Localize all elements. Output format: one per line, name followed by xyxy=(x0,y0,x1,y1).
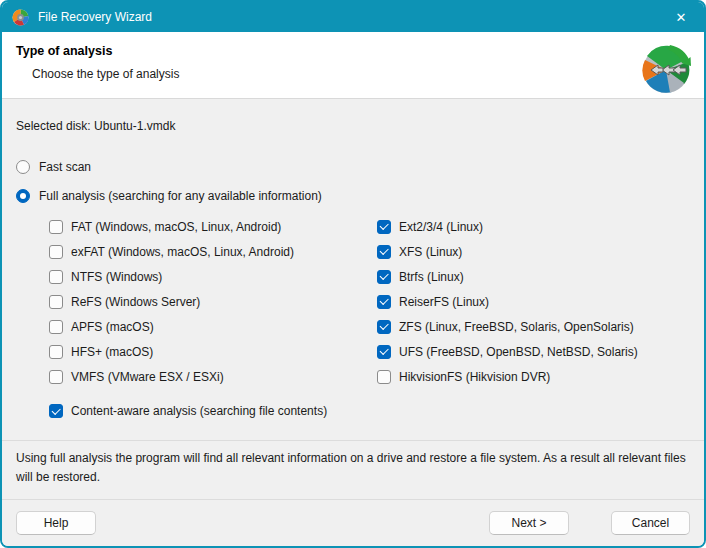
checkbox-icon xyxy=(377,345,391,359)
checkbox-label: Ext2/3/4 (Linux) xyxy=(399,220,483,234)
radio-icon xyxy=(16,189,30,203)
checkbox-label: UFS (FreeBSD, OpenBSD, NetBSD, Solaris) xyxy=(399,345,638,359)
footer-bar: Help Next > Cancel xyxy=(2,499,704,546)
checkbox-icon xyxy=(377,245,391,259)
checkbox-icon xyxy=(49,404,63,418)
checkbox-icon xyxy=(49,295,63,309)
checkbox-icon xyxy=(377,320,391,334)
close-icon: ✕ xyxy=(676,10,687,25)
checkbox-icon xyxy=(49,370,63,384)
radio-label: Fast scan xyxy=(39,160,91,174)
filesystem-checkbox-row[interactable]: ZFS (Linux, FreeBSD, Solaris, OpenSolari… xyxy=(377,320,690,334)
checkbox-label: XFS (Linux) xyxy=(399,245,462,259)
radio-icon xyxy=(16,160,30,174)
checkbox-icon xyxy=(49,245,63,259)
checkbox-icon xyxy=(377,370,391,384)
help-button[interactable]: Help xyxy=(16,511,96,535)
checkbox-label: APFS (macOS) xyxy=(71,320,154,334)
filesystem-checkbox-row[interactable]: APFS (macOS) xyxy=(49,320,377,334)
radio-full-analysis[interactable]: Full analysis (searching for any availab… xyxy=(16,188,690,204)
wizard-header: Type of analysis Choose the type of anal… xyxy=(2,32,704,99)
selected-disk-label: Selected disk: Ubuntu-1.vmdk xyxy=(16,119,690,133)
checkbox-label: ZFS (Linux, FreeBSD, Solaris, OpenSolari… xyxy=(399,320,634,334)
file-recovery-wizard-window: File Recovery Wizard ✕ Type of analysis … xyxy=(0,0,706,548)
filesystem-checkbox-row[interactable]: ReFS (Windows Server) xyxy=(49,295,377,309)
filesystem-checkbox-row[interactable]: ReiserFS (Linux) xyxy=(377,295,690,309)
filesystem-checkbox-row[interactable]: HFS+ (macOS) xyxy=(49,345,377,359)
checkbox-label: HikvisionFS (Hikvision DVR) xyxy=(399,370,550,384)
checkbox-label: FAT (Windows, macOS, Linux, Android) xyxy=(71,220,281,234)
page-title: Type of analysis xyxy=(16,42,640,58)
content-aware-checkbox-row[interactable]: Content-aware analysis (searching file c… xyxy=(49,403,690,419)
filesystem-checkbox-row[interactable]: VMFS (VMware ESX / ESXi) xyxy=(49,370,377,384)
checkbox-label: Content-aware analysis (searching file c… xyxy=(71,404,327,418)
checkbox-icon xyxy=(377,220,391,234)
header-texts: Type of analysis Choose the type of anal… xyxy=(16,42,640,81)
page-subtitle: Choose the type of analysis xyxy=(32,67,640,81)
filesystem-checkbox-grid: FAT (Windows, macOS, Linux, Android) exF… xyxy=(49,214,690,389)
radio-label: Full analysis (searching for any availab… xyxy=(39,189,322,203)
checkbox-label: NTFS (Windows) xyxy=(71,270,162,284)
radio-fast-scan[interactable]: Fast scan xyxy=(16,159,690,175)
filesystem-checkbox-row[interactable]: NTFS (Windows) xyxy=(49,270,377,284)
filesystem-checkbox-row[interactable]: Btrfs (Linux) xyxy=(377,270,690,284)
app-icon xyxy=(12,9,29,26)
checkbox-label: Btrfs (Linux) xyxy=(399,270,464,284)
next-button[interactable]: Next > xyxy=(489,511,569,535)
analysis-description-text: Using full analysis the program will fin… xyxy=(16,449,690,487)
checkbox-icon xyxy=(377,295,391,309)
checkbox-icon xyxy=(49,270,63,284)
filesystem-checkbox-row[interactable]: UFS (FreeBSD, OpenBSD, NetBSD, Solaris) xyxy=(377,345,690,359)
filesystem-checkbox-row[interactable]: HikvisionFS (Hikvision DVR) xyxy=(377,370,690,384)
filesystem-checkbox-row[interactable]: exFAT (Windows, macOS, Linux, Android) xyxy=(49,245,377,259)
checkbox-icon xyxy=(49,320,63,334)
checkbox-icon xyxy=(49,220,63,234)
checkbox-label: exFAT (Windows, macOS, Linux, Android) xyxy=(71,245,294,259)
checkbox-label: HFS+ (macOS) xyxy=(71,345,153,359)
recovery-sphere-logo-icon xyxy=(640,43,692,95)
close-button[interactable]: ✕ xyxy=(658,2,704,32)
title-bar: File Recovery Wizard ✕ xyxy=(2,2,704,32)
filesystem-checkbox-row[interactable]: Ext2/3/4 (Linux) xyxy=(377,220,690,234)
cancel-button[interactable]: Cancel xyxy=(611,511,690,535)
checkbox-label: ReFS (Windows Server) xyxy=(71,295,200,309)
checkbox-label: VMFS (VMware ESX / ESXi) xyxy=(71,370,224,384)
filesystem-checkbox-row[interactable]: XFS (Linux) xyxy=(377,245,690,259)
wizard-content: Selected disk: Ubuntu-1.vmdk Fast scan F… xyxy=(2,99,704,499)
info-divider xyxy=(2,440,704,441)
filesystem-checkbox-row[interactable]: FAT (Windows, macOS, Linux, Android) xyxy=(49,220,377,234)
checkbox-icon xyxy=(377,270,391,284)
window-title: File Recovery Wizard xyxy=(38,10,152,24)
checkbox-icon xyxy=(49,345,63,359)
checkbox-label: ReiserFS (Linux) xyxy=(399,295,489,309)
